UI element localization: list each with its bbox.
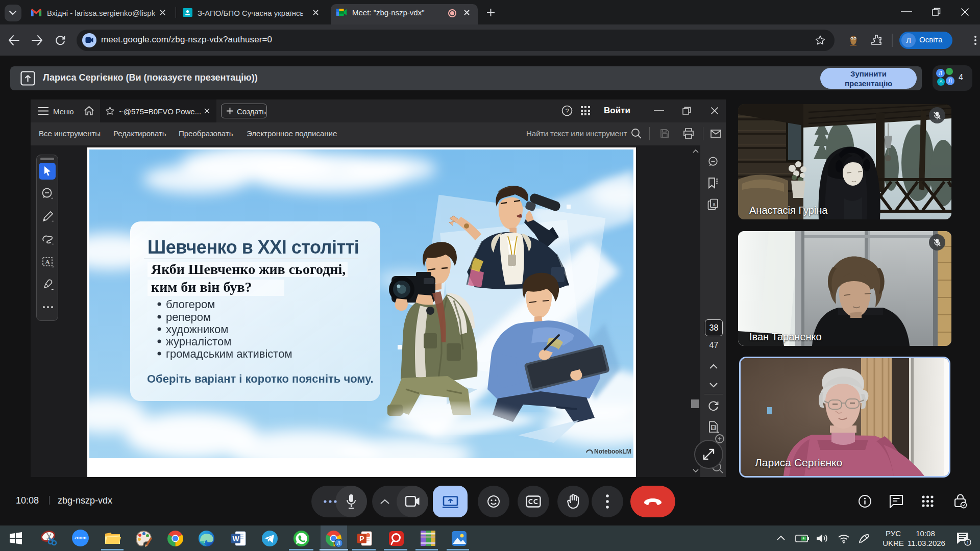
svg-text:Іван Тараненко: Іван Тараненко: [749, 331, 822, 342]
svg-text:Оберіть варіант і коротко пояс: Оберіть варіант і коротко поясніть чому.: [147, 372, 374, 385]
svg-text:репером: репером: [166, 311, 211, 323]
svg-text:Якби Шевченко жив сьогодні,: Якби Шевченко жив сьогодні,: [151, 261, 346, 277]
svg-text:NotebookLM: NotebookLM: [594, 448, 631, 455]
svg-text:громадським активістом: громадським активістом: [166, 347, 292, 360]
svg-text:блогером: блогером: [166, 298, 215, 311]
svg-text:художником: художником: [166, 323, 228, 336]
svg-text:?: ?: [565, 107, 569, 115]
svg-text:W: W: [232, 535, 239, 543]
svg-text:Лариса Сергієнко: Лариса Сергієнко: [755, 457, 842, 468]
svg-text:A: A: [45, 258, 50, 266]
svg-text:Шевченко в XXI столітті: Шевченко в XXI столітті: [148, 237, 359, 258]
svg-text:1: 1: [966, 540, 969, 545]
svg-text:P: P: [359, 535, 364, 543]
svg-text:ким би він був?: ким би він був?: [151, 279, 252, 295]
svg-text:a: a: [713, 202, 715, 207]
svg-text:журналістом: журналістом: [166, 335, 231, 348]
svg-text:Анастасія Гуріна: Анастасія Гуріна: [749, 205, 828, 216]
svg-text:1:1: 1:1: [711, 426, 716, 430]
